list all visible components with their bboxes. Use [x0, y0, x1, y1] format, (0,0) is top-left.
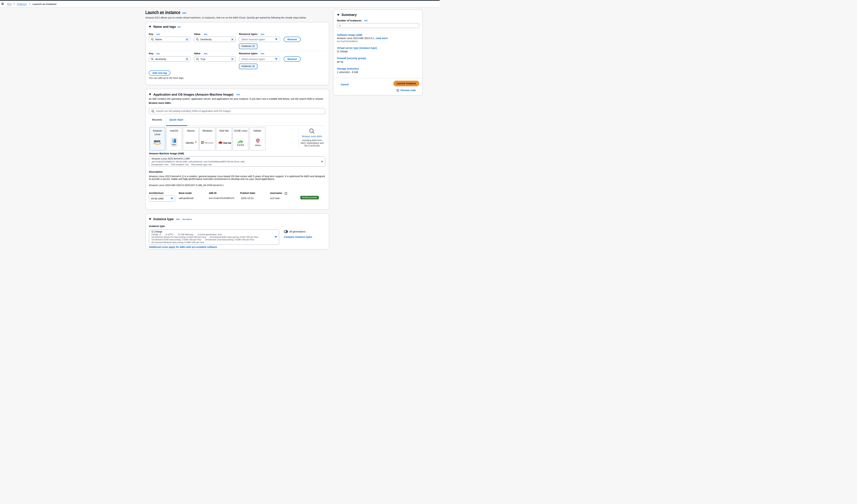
svg-text:debian: debian — [255, 144, 261, 146]
svg-text:SUSE: SUSE — [237, 144, 244, 146]
svg-text:Mac: Mac — [172, 143, 176, 146]
svg-text:Microsoft: Microsoft — [204, 141, 213, 144]
svg-text:ubuntu: ubuntu — [186, 141, 194, 144]
svg-text:Red Hat: Red Hat — [223, 142, 231, 144]
svg-text:aws: aws — [154, 139, 161, 143]
